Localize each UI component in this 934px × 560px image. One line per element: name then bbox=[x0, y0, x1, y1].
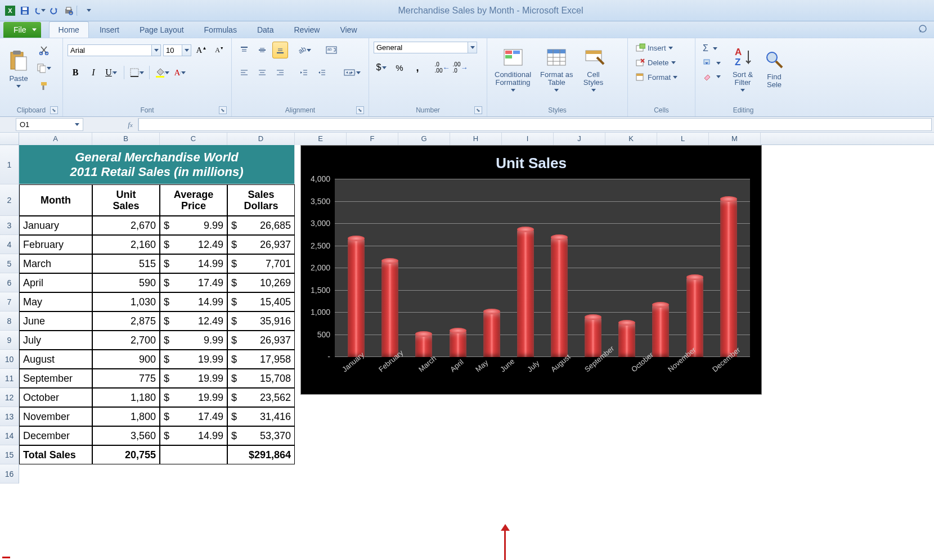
percent-button[interactable]: % bbox=[392, 59, 407, 76]
customize-qat-icon[interactable] bbox=[82, 4, 96, 17]
header-dollars[interactable]: SalesDollars bbox=[227, 184, 295, 216]
font-name-input[interactable] bbox=[68, 44, 152, 56]
cell-units-13[interactable]: 1,800 bbox=[92, 407, 160, 426]
cell-dollars-9[interactable]: $26,937 bbox=[227, 331, 295, 350]
orientation-button[interactable]: ab bbox=[296, 42, 312, 58]
fx-icon[interactable]: fx bbox=[123, 118, 138, 131]
autosum-button[interactable]: Σ bbox=[700, 42, 724, 55]
cell-price-8[interactable]: $12.49 bbox=[160, 311, 227, 331]
font-launcher[interactable]: ⬊ bbox=[219, 106, 227, 114]
chart-bar-june[interactable] bbox=[517, 229, 534, 357]
cell-price-3[interactable]: $9.99 bbox=[160, 216, 227, 235]
accounting-format-button[interactable]: $ bbox=[374, 59, 389, 76]
cell-month-6[interactable]: April bbox=[19, 273, 92, 292]
cell-month-10[interactable]: August bbox=[19, 350, 92, 369]
cell-price-5[interactable]: $14.99 bbox=[160, 254, 227, 273]
cell-units-10[interactable]: 900 bbox=[92, 350, 160, 369]
header-units[interactable]: UnitSales bbox=[92, 184, 160, 216]
cell-month-5[interactable]: March bbox=[19, 254, 92, 273]
cell-dollars-13[interactable]: $31,416 bbox=[227, 407, 295, 426]
insert-cells-button[interactable]: Insert bbox=[632, 42, 676, 54]
col-header-A[interactable]: A bbox=[19, 133, 92, 145]
cell-month-7[interactable]: May bbox=[19, 292, 92, 311]
name-box-input[interactable] bbox=[20, 120, 59, 129]
cell-month-8[interactable]: June bbox=[19, 311, 92, 331]
row-header-8[interactable]: 8 bbox=[0, 311, 19, 331]
cell-month-13[interactable]: November bbox=[19, 407, 92, 426]
row-header-1[interactable]: 1 bbox=[0, 145, 19, 184]
cell-units-3[interactable]: 2,670 bbox=[92, 216, 160, 235]
number-launcher[interactable]: ⬊ bbox=[474, 106, 482, 114]
help-icon[interactable] bbox=[916, 22, 929, 35]
col-header-J[interactable]: J bbox=[554, 133, 605, 145]
font-size-input[interactable] bbox=[163, 44, 182, 56]
row-header-16[interactable]: 16 bbox=[0, 464, 19, 484]
col-header-G[interactable]: G bbox=[398, 133, 450, 145]
print-preview-icon[interactable] bbox=[62, 4, 75, 17]
number-format-combo[interactable] bbox=[374, 42, 477, 53]
cell-price-14[interactable]: $14.99 bbox=[160, 426, 227, 445]
col-header-C[interactable]: C bbox=[160, 133, 227, 145]
cell-units-12[interactable]: 1,180 bbox=[92, 388, 160, 407]
wrap-text-button[interactable]: ab bbox=[322, 42, 341, 58]
cell-units-9[interactable]: 2,700 bbox=[92, 331, 160, 350]
ribbon-tab-view[interactable]: View bbox=[330, 21, 366, 38]
col-header-F[interactable]: F bbox=[347, 133, 398, 145]
number-format-input[interactable] bbox=[374, 42, 468, 53]
cell-units-14[interactable]: 3,560 bbox=[92, 426, 160, 445]
underline-button[interactable]: U bbox=[104, 64, 119, 81]
cell-month-9[interactable]: July bbox=[19, 331, 92, 350]
cell-units-6[interactable]: 590 bbox=[92, 273, 160, 292]
col-header-E[interactable]: E bbox=[295, 133, 347, 145]
font-size-combo[interactable] bbox=[163, 44, 191, 56]
merge-center-button[interactable]: a bbox=[340, 64, 365, 81]
cell-price-12[interactable]: $19.99 bbox=[160, 388, 227, 407]
cell-price-10[interactable]: $19.99 bbox=[160, 350, 227, 369]
italic-button[interactable]: I bbox=[86, 64, 101, 81]
align-left-button[interactable] bbox=[236, 64, 252, 81]
cell-dollars-10[interactable]: $17,958 bbox=[227, 350, 295, 369]
chart-bar-october[interactable] bbox=[652, 305, 669, 357]
cell-month-14[interactable]: December bbox=[19, 426, 92, 445]
cell-units-8[interactable]: 2,875 bbox=[92, 311, 160, 331]
cell-dollars-4[interactable]: $26,937 bbox=[227, 235, 295, 254]
cell-dollars-14[interactable]: $53,370 bbox=[227, 426, 295, 445]
redo-icon[interactable] bbox=[47, 4, 61, 17]
sort-filter-button[interactable]: AZSort & Filter bbox=[727, 42, 758, 96]
row-header-4[interactable]: 4 bbox=[0, 235, 19, 254]
fill-color-button[interactable] bbox=[154, 64, 170, 81]
format-as-table-button[interactable]: Format as Table bbox=[537, 42, 576, 96]
chart-bar-march[interactable] bbox=[415, 334, 432, 357]
cell-dollars-6[interactable]: $10,269 bbox=[227, 273, 295, 292]
chart-bar-january[interactable] bbox=[348, 238, 365, 357]
row-header-5[interactable]: 5 bbox=[0, 254, 19, 273]
cell-price-11[interactable]: $19.99 bbox=[160, 369, 227, 388]
col-header-H[interactable]: H bbox=[450, 133, 502, 145]
col-header-K[interactable]: K bbox=[605, 133, 657, 145]
name-box[interactable] bbox=[16, 118, 83, 131]
grow-font-button[interactable]: A▲ bbox=[194, 42, 209, 58]
cell-price-13[interactable]: $17.49 bbox=[160, 407, 227, 426]
clear-button[interactable] bbox=[700, 71, 724, 82]
borders-button[interactable] bbox=[129, 64, 145, 81]
align-right-button[interactable] bbox=[272, 64, 288, 81]
sheet-title[interactable]: General Merchandise World2011 Retail Sal… bbox=[19, 145, 295, 184]
chart-bar-february[interactable] bbox=[381, 261, 398, 357]
align-top-button[interactable] bbox=[236, 42, 252, 58]
col-header-M[interactable]: M bbox=[709, 133, 761, 145]
header-month[interactable]: Month bbox=[19, 184, 92, 216]
row-header-2[interactable]: 2 bbox=[0, 184, 19, 216]
row-header-11[interactable]: 11 bbox=[0, 369, 19, 388]
decrease-indent-button[interactable] bbox=[296, 64, 312, 81]
fill-button[interactable] bbox=[700, 57, 724, 69]
cell-styles-button[interactable]: Cell Styles bbox=[580, 42, 608, 96]
row-header-12[interactable]: 12 bbox=[0, 388, 19, 407]
comma-button[interactable]: , bbox=[410, 59, 425, 76]
excel-icon[interactable]: X bbox=[3, 4, 17, 17]
row-header-10[interactable]: 10 bbox=[0, 350, 19, 369]
chart-bar-december[interactable] bbox=[720, 199, 737, 357]
ribbon-tab-insert[interactable]: Insert bbox=[90, 21, 129, 38]
chart-bar-may[interactable] bbox=[483, 311, 500, 357]
cell-month-3[interactable]: January bbox=[19, 216, 92, 235]
font-name-combo[interactable] bbox=[68, 44, 161, 56]
